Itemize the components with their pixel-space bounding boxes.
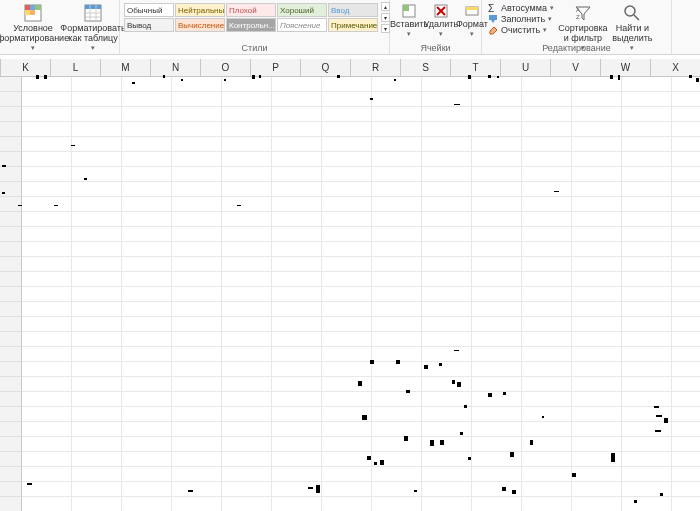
- cell[interactable]: [572, 332, 622, 347]
- cell[interactable]: [222, 422, 272, 437]
- cell[interactable]: [22, 272, 72, 287]
- cell[interactable]: [622, 317, 672, 332]
- cell[interactable]: [522, 452, 572, 467]
- cell[interactable]: [172, 137, 222, 152]
- cell[interactable]: [472, 257, 522, 272]
- cell[interactable]: [422, 347, 472, 362]
- cell[interactable]: [272, 92, 322, 107]
- cell[interactable]: [422, 452, 472, 467]
- cell[interactable]: [622, 377, 672, 392]
- cell[interactable]: [572, 302, 622, 317]
- row-header[interactable]: [0, 407, 22, 422]
- cell[interactable]: [272, 167, 322, 182]
- cell[interactable]: [322, 77, 372, 92]
- insert-button[interactable]: Вставить▾: [394, 2, 424, 40]
- cell[interactable]: [622, 452, 672, 467]
- cell[interactable]: [572, 497, 622, 511]
- cell[interactable]: [172, 227, 222, 242]
- cell[interactable]: [22, 167, 72, 182]
- cell[interactable]: [372, 422, 422, 437]
- cell[interactable]: [22, 452, 72, 467]
- cell[interactable]: [272, 377, 322, 392]
- cell[interactable]: [472, 407, 522, 422]
- cell[interactable]: [322, 422, 372, 437]
- cell[interactable]: [172, 287, 222, 302]
- cell[interactable]: [172, 77, 222, 92]
- cell[interactable]: [422, 152, 472, 167]
- cell[interactable]: [672, 437, 700, 452]
- cell[interactable]: [422, 287, 472, 302]
- cell[interactable]: [622, 272, 672, 287]
- cell[interactable]: [372, 467, 422, 482]
- cell[interactable]: [522, 152, 572, 167]
- cell[interactable]: [372, 317, 422, 332]
- column-header-U[interactable]: U: [501, 59, 551, 76]
- row-header[interactable]: [0, 377, 22, 392]
- cell[interactable]: [322, 257, 372, 272]
- cell[interactable]: [22, 107, 72, 122]
- cell[interactable]: [72, 317, 122, 332]
- cell[interactable]: [22, 377, 72, 392]
- cell[interactable]: [172, 317, 222, 332]
- cell[interactable]: [222, 467, 272, 482]
- cell[interactable]: [122, 302, 172, 317]
- cell[interactable]: [122, 452, 172, 467]
- cell[interactable]: [572, 197, 622, 212]
- cell[interactable]: [172, 92, 222, 107]
- cell[interactable]: [222, 77, 272, 92]
- cell[interactable]: [222, 257, 272, 272]
- cell[interactable]: [272, 437, 322, 452]
- format-as-table-button[interactable]: Форматировать как таблицу ▾: [64, 2, 122, 53]
- cell[interactable]: [622, 122, 672, 137]
- style-cell-ввод[interactable]: Ввод: [328, 3, 378, 17]
- cell[interactable]: [372, 122, 422, 137]
- cell[interactable]: [672, 302, 700, 317]
- cell[interactable]: [372, 152, 422, 167]
- cell[interactable]: [272, 122, 322, 137]
- cell[interactable]: [422, 377, 472, 392]
- column-header-S[interactable]: S: [401, 59, 451, 76]
- cell[interactable]: [572, 242, 622, 257]
- cell[interactable]: [122, 152, 172, 167]
- cell[interactable]: [322, 317, 372, 332]
- cell[interactable]: [572, 257, 622, 272]
- style-cell-пояснение[interactable]: Пояснение: [277, 18, 327, 32]
- row-header[interactable]: [0, 362, 22, 377]
- cell[interactable]: [522, 377, 572, 392]
- cell[interactable]: [572, 287, 622, 302]
- cell[interactable]: [72, 167, 122, 182]
- cell[interactable]: [622, 137, 672, 152]
- style-cell-нейтральный[interactable]: Нейтральный: [175, 3, 225, 17]
- cell[interactable]: [372, 377, 422, 392]
- cell[interactable]: [622, 107, 672, 122]
- cell[interactable]: [572, 167, 622, 182]
- cell[interactable]: [22, 197, 72, 212]
- cell[interactable]: [472, 242, 522, 257]
- cell[interactable]: [222, 362, 272, 377]
- cell[interactable]: [572, 362, 622, 377]
- cell[interactable]: [422, 272, 472, 287]
- cell[interactable]: [322, 122, 372, 137]
- cell[interactable]: [422, 482, 472, 497]
- row-header[interactable]: [0, 167, 22, 182]
- cell[interactable]: [172, 467, 222, 482]
- row-header[interactable]: [0, 347, 22, 362]
- cell[interactable]: [72, 137, 122, 152]
- cell[interactable]: [672, 92, 700, 107]
- cell[interactable]: [522, 467, 572, 482]
- cell[interactable]: [622, 422, 672, 437]
- row-header[interactable]: [0, 107, 22, 122]
- row-header[interactable]: [0, 287, 22, 302]
- cell[interactable]: [572, 152, 622, 167]
- cell[interactable]: [522, 167, 572, 182]
- column-header-X[interactable]: X: [651, 59, 700, 76]
- cell[interactable]: [122, 287, 172, 302]
- cell[interactable]: [222, 167, 272, 182]
- cell[interactable]: [572, 227, 622, 242]
- cell[interactable]: [22, 467, 72, 482]
- row-header[interactable]: [0, 317, 22, 332]
- cell[interactable]: [372, 437, 422, 452]
- cell[interactable]: [622, 467, 672, 482]
- cell[interactable]: [622, 257, 672, 272]
- cell[interactable]: [672, 362, 700, 377]
